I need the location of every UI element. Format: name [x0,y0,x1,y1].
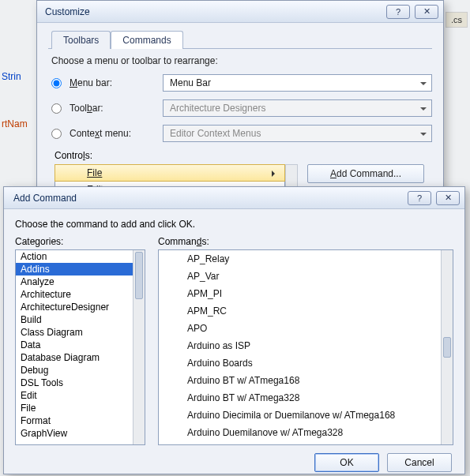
command-item[interactable]: Arduino Diecimila or Duemilanove w/ ATme… [159,407,453,424]
customize-title: Customize [42,6,382,17]
command-item[interactable]: Arduino Duemilanove w/ ATmega328 [159,424,453,441]
command-item[interactable]: Arduino Boards [159,354,453,372]
categories-label: Categories: [15,236,145,247]
category-item[interactable]: Architecture [16,288,133,301]
category-item[interactable]: DSL Tools [16,377,133,389]
commands-listbox[interactable]: AP_RelayAP_VarAPM_PIAPM_RCAPOArduino as … [158,249,453,445]
category-item[interactable]: Debug [16,364,133,377]
radio-menubar[interactable] [51,78,62,88]
category-item[interactable]: Format [16,414,133,427]
command-item[interactable]: Arduino as ISP [159,337,453,354]
command-item[interactable]: APO [159,320,453,337]
controls-item-file[interactable]: File [55,164,285,182]
category-item[interactable]: Edit [16,389,133,402]
menubar-dropdown[interactable]: Menu Bar [163,74,432,92]
editor-text-fragment: Strin [2,71,33,82]
add-command-dialog: Add Command ? ✕ Choose the command to ad… [3,186,465,474]
rearrange-prompt: Choose a menu or toolbar to rearrange: [51,55,432,66]
close-button[interactable]: ✕ [436,191,460,205]
categories-scrollbar[interactable] [133,250,145,444]
radio-menubar-label: Menu bar: [70,77,155,88]
add-command-title: Add Command [9,193,403,204]
category-item[interactable]: Analyze [16,275,133,288]
category-item[interactable]: File [16,402,133,414]
context-dropdown: Editor Context Menus [163,125,432,142]
editor-tab-fragment: .cs [446,12,468,28]
tab-toolbars[interactable]: Toolbars [51,31,111,49]
submenu-arrow-icon [272,171,278,177]
radio-row-context: Context menu: Editor Context Menus [51,125,432,142]
commands-label: Commands: [158,236,209,247]
category-item[interactable]: Database Diagram [16,351,133,364]
add-command-body: Choose the command to add and click OK. … [4,209,464,476]
ok-button[interactable]: OK [314,453,379,472]
cancel-button[interactable]: Cancel [387,453,452,472]
close-button[interactable]: ✕ [415,5,438,19]
category-item[interactable]: GraphView [16,427,133,440]
controls-label: Controls: [55,150,432,161]
radio-toolbar[interactable] [51,103,62,114]
lists-row: ActionAddinsAnalyzeArchitectureArchitect… [15,249,453,445]
help-button[interactable]: ? [386,5,410,19]
commands-scrollbar[interactable] [441,250,453,444]
radio-context-label: Context menu: [70,128,155,139]
command-item[interactable]: Arduino BT w/ ATmega328 [159,389,453,407]
editor-text-fragment-2: rtNam [2,118,28,129]
add-command-titlebar[interactable]: Add Command ? ✕ [4,187,464,209]
help-button[interactable]: ? [408,191,431,205]
category-item[interactable]: Action [16,250,133,263]
dialog-buttons: OK Cancel [15,453,453,472]
category-item[interactable]: Addins [16,263,133,275]
add-command-button[interactable]: Add Command... [307,164,424,183]
category-item[interactable]: ArchitectureDesigner [16,301,133,313]
toolbar-dropdown: Architecture Designers [163,99,432,117]
command-item[interactable]: AP_Relay [159,250,453,268]
command-item[interactable]: APM_RC [159,302,453,320]
command-item[interactable]: AP_Var [159,268,453,285]
customize-titlebar[interactable]: Customize ? ✕ [37,1,443,23]
command-item[interactable]: Arduino BT w/ ATmega168 [159,372,453,389]
tabstrip: Toolbars Commands [48,31,432,49]
radio-toolbar-label: Toolbar: [70,103,155,114]
radio-row-toolbar: Toolbar: Architecture Designers [51,99,432,117]
category-item[interactable]: Build [16,313,133,326]
scrollbar-thumb[interactable] [135,252,143,299]
tab-commands[interactable]: Commands [111,31,182,49]
category-item[interactable]: Data [16,339,133,351]
scrollbar-thumb[interactable] [443,337,451,358]
column-labels: Categories: Commands: [15,236,453,247]
radio-row-menubar: Menu bar: Menu Bar [51,74,432,92]
add-command-prompt: Choose the command to add and click OK. [15,219,453,230]
categories-listbox[interactable]: ActionAddinsAnalyzeArchitectureArchitect… [15,249,145,445]
radio-context[interactable] [51,129,62,139]
customize-body: Toolbars Commands Choose a menu or toolb… [37,23,443,207]
category-item[interactable]: Class Diagram [16,326,133,339]
command-item[interactable]: APM_PI [159,285,453,302]
